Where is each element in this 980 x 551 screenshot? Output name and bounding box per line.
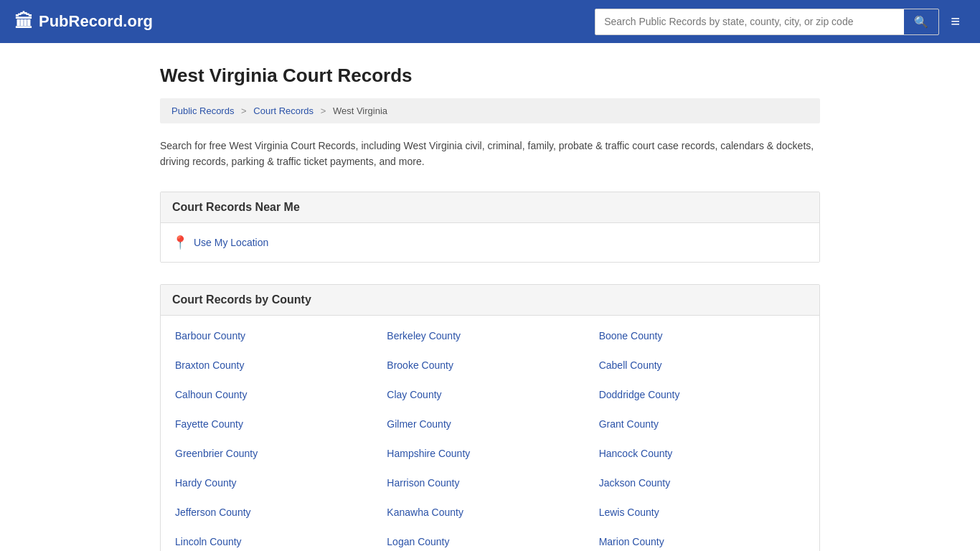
county-link[interactable]: Grant County [596, 410, 808, 439]
county-link[interactable]: Jefferson County [172, 498, 384, 527]
county-link[interactable]: Doddridge County [596, 380, 808, 410]
county-link[interactable]: Hardy County [172, 468, 384, 498]
near-me-section: Court Records Near Me 📍 Use My Location [160, 192, 820, 263]
county-link[interactable]: Berkeley County [384, 321, 595, 351]
use-location-label: Use My Location [194, 237, 268, 248]
county-link[interactable]: Brooke County [384, 351, 595, 380]
site-logo[interactable]: 🏛 PubRecord.org [14, 11, 153, 33]
menu-icon: ≡ [951, 12, 960, 30]
county-grid: Barbour CountyBerkeley CountyBoone Count… [161, 316, 819, 551]
breadcrumb-sep-1: > [241, 105, 247, 116]
county-link[interactable]: Braxton County [172, 351, 384, 380]
county-link[interactable]: Marion County [596, 527, 808, 551]
breadcrumb-public-records[interactable]: Public Records [171, 105, 234, 116]
header-right: 🔍 ≡ [595, 9, 966, 35]
near-me-header: Court Records Near Me [161, 192, 819, 223]
search-input[interactable] [595, 10, 904, 33]
county-link[interactable]: Gilmer County [384, 410, 595, 439]
main-content: West Virginia Court Records Public Recor… [146, 43, 834, 551]
breadcrumb-sep-2: > [321, 105, 326, 116]
search-icon: 🔍 [914, 16, 928, 28]
county-link[interactable]: Hancock County [596, 439, 808, 468]
county-link[interactable]: Kanawha County [384, 498, 595, 527]
by-county-section: Court Records by County Barbour CountyBe… [160, 284, 820, 551]
breadcrumb-current: West Virginia [333, 105, 387, 116]
by-county-header: Court Records by County [161, 285, 819, 316]
site-header: 🏛 PubRecord.org 🔍 ≡ [0, 0, 980, 43]
county-link[interactable]: Harrison County [384, 468, 595, 498]
county-link[interactable]: Logan County [384, 527, 595, 551]
location-icon: 📍 [172, 235, 188, 250]
page-title: West Virginia Court Records [160, 65, 820, 87]
county-link[interactable]: Hampshire County [384, 439, 595, 468]
county-link[interactable]: Greenbrier County [172, 439, 384, 468]
county-link[interactable]: Boone County [596, 321, 808, 351]
logo-text: PubRecord.org [39, 12, 153, 31]
county-link[interactable]: Cabell County [596, 351, 808, 380]
use-location-link[interactable]: 📍 Use My Location [172, 235, 808, 250]
county-link[interactable]: Calhoun County [172, 380, 384, 410]
building-icon: 🏛 [14, 11, 33, 33]
county-link[interactable]: Lincoln County [172, 527, 384, 551]
breadcrumb-court-records[interactable]: Court Records [253, 105, 314, 116]
county-link[interactable]: Lewis County [596, 498, 808, 527]
search-bar: 🔍 [595, 9, 939, 35]
page-description: Search for free West Virginia Court Reco… [160, 138, 820, 170]
near-me-body: 📍 Use My Location [161, 223, 819, 262]
county-link[interactable]: Barbour County [172, 321, 384, 351]
breadcrumb: Public Records > Court Records > West Vi… [160, 98, 820, 123]
search-button[interactable]: 🔍 [904, 9, 938, 34]
county-link[interactable]: Clay County [384, 380, 595, 410]
county-link[interactable]: Fayette County [172, 410, 384, 439]
county-link[interactable]: Jackson County [596, 468, 808, 498]
menu-button[interactable]: ≡ [945, 11, 966, 32]
